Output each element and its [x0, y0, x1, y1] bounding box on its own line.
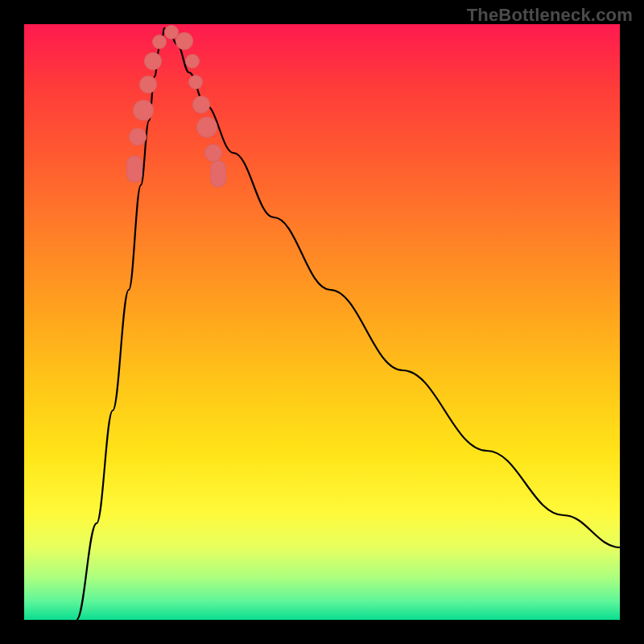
marker-5: [152, 35, 167, 49]
marker-10: [192, 96, 210, 114]
curve-svg: [24, 24, 620, 620]
marker-13: [210, 160, 226, 188]
marker-8: [185, 54, 200, 68]
marker-3: [139, 76, 157, 93]
bottleneck-curve: [76, 28, 620, 620]
marker-0: [126, 155, 142, 183]
marker-11: [196, 117, 217, 138]
chart-frame: TheBottleneck.com: [0, 0, 644, 644]
marker-9: [188, 75, 203, 89]
plot-area: [24, 24, 620, 620]
marker-12: [204, 144, 222, 162]
marker-1: [129, 128, 147, 146]
marker-4: [144, 52, 162, 70]
marker-2: [133, 100, 154, 121]
watermark-text: TheBottleneck.com: [467, 5, 633, 26]
marker-7: [175, 32, 193, 50]
